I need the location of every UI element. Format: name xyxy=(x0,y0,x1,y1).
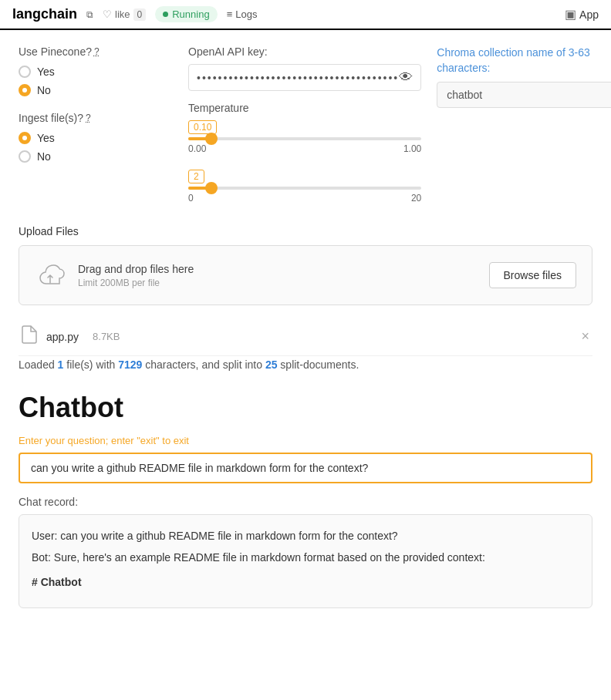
file-name: app.py xyxy=(46,331,79,343)
slider2-max: 20 xyxy=(411,193,421,204)
loaded-text: Loaded 1 file(s) with 7129 characters, a… xyxy=(19,356,592,373)
like-count: 0 xyxy=(133,8,147,21)
api-key-value: •••••••••••••••••••••••••••••••••••••• xyxy=(197,72,399,84)
file-icon xyxy=(22,325,37,348)
running-badge: Running xyxy=(155,6,217,22)
app-icon: ▣ xyxy=(565,7,576,22)
slider2-labels: 0 20 xyxy=(188,193,421,204)
chat-line-3: # Chatbot xyxy=(32,574,579,592)
running-dot xyxy=(163,12,168,17)
question-input[interactable]: can you write a github README file in ma… xyxy=(19,453,592,483)
pinecone-radio-group: Yes No xyxy=(19,66,173,96)
chat-line-1: User: can you write a github README file… xyxy=(32,527,579,546)
file-size: 8.7KB xyxy=(93,331,120,342)
ingest-no[interactable]: No xyxy=(19,150,173,163)
file-limit-label: Limit 200MB per file xyxy=(78,278,477,288)
ingest-yes-radio xyxy=(19,132,31,144)
app-button[interactable]: ▣ App xyxy=(565,7,599,22)
dropzone[interactable]: Drag and drop files here Limit 200MB per… xyxy=(19,245,592,305)
like-section[interactable]: ♡ like 0 xyxy=(103,8,146,21)
file-item: app.py 8.7KB × xyxy=(19,318,592,356)
pinecone-no-radio xyxy=(19,84,31,96)
main-content: Use Pinecone? ? Yes No Ingest file(s)? ? xyxy=(0,30,611,624)
ingest-section: Ingest file(s)? ? xyxy=(19,112,173,124)
upload-cloud-icon xyxy=(35,258,66,292)
pinecone-no[interactable]: No xyxy=(19,84,173,96)
drag-drop-label: Drag and drop files here xyxy=(78,263,477,275)
chat-line-2: Bot: Sure, here's an example README file… xyxy=(32,549,579,567)
slider2-thumb[interactable] xyxy=(205,182,218,194)
pinecone-yes[interactable]: Yes xyxy=(19,66,173,78)
dropzone-text: Drag and drop files here Limit 200MB per… xyxy=(78,263,477,288)
upload-title: Upload Files xyxy=(19,225,592,237)
loaded-suffix2: split-documents. xyxy=(277,358,359,371)
ingest-radio-group: Yes No xyxy=(19,132,173,163)
api-key-label: OpenAI API key: xyxy=(188,45,421,58)
logs-label: Logs xyxy=(235,8,257,20)
ingest-yes[interactable]: Yes xyxy=(19,132,173,144)
chat-record-box: User: can you write a github README file… xyxy=(19,514,592,607)
pinecone-help[interactable]: ? xyxy=(94,46,100,57)
pinecone-section: Use Pinecone? ? xyxy=(19,45,173,58)
chatbot-title: Chatbot xyxy=(19,392,592,424)
temperature-slider-section: 0.10 0.00 1.00 xyxy=(188,120,421,154)
temperature-labels: 0.00 1.00 xyxy=(188,143,421,154)
chroma-label: Chroma collection name of 3-63 character… xyxy=(437,45,611,76)
ingest-yes-label: Yes xyxy=(37,132,55,144)
slider2-track[interactable] xyxy=(188,187,421,190)
chroma-input[interactable]: chatbot xyxy=(437,82,611,108)
browse-files-button[interactable]: Browse files xyxy=(489,262,576,288)
settings-row: Use Pinecone? ? Yes No Ingest file(s)? ? xyxy=(19,45,592,210)
slider2-value: 2 xyxy=(188,170,204,183)
loaded-prefix: Loaded xyxy=(19,358,58,371)
api-key-row: •••••••••••••••••••••••••••••••••••••• 👁 xyxy=(188,64,421,91)
file-remove-button[interactable]: × xyxy=(581,328,589,345)
logs-button[interactable]: ≡ Logs xyxy=(227,8,258,20)
temperature-track[interactable] xyxy=(188,137,421,140)
ingest-no-radio xyxy=(19,150,31,163)
like-label: like xyxy=(115,8,130,20)
col-right: Chroma collection name of 3-63 character… xyxy=(437,45,611,210)
running-label: Running xyxy=(172,8,209,20)
loaded-docs: 25 xyxy=(265,358,278,371)
upload-section: Upload Files Drag and drop files here Li… xyxy=(19,225,592,305)
eye-icon[interactable]: 👁 xyxy=(399,69,413,86)
col-middle: OpenAI API key: ••••••••••••••••••••••••… xyxy=(173,45,437,210)
brand-name: langchain xyxy=(12,6,77,22)
app-label: App xyxy=(579,8,599,21)
pinecone-label: Use Pinecone? xyxy=(19,45,92,58)
pinecone-no-label: No xyxy=(37,84,51,96)
copy-icon[interactable]: ⧉ xyxy=(86,9,93,20)
pinecone-yes-label: Yes xyxy=(37,66,55,78)
ingest-help[interactable]: ? xyxy=(86,113,91,123)
temperature-max: 1.00 xyxy=(403,143,421,154)
ingest-no-label: No xyxy=(37,150,51,163)
temperature-label: Temperature xyxy=(188,102,421,114)
pinecone-yes-radio xyxy=(19,66,31,78)
loaded-chars: 7129 xyxy=(118,358,142,371)
question-label: Enter your question; enter "exit" to exi… xyxy=(19,435,592,446)
heart-icon: ♡ xyxy=(103,8,112,20)
logs-icon: ≡ xyxy=(227,8,233,20)
top-nav: langchain ⧉ ♡ like 0 Running ≡ Logs ▣ Ap… xyxy=(0,0,611,30)
temperature-min: 0.00 xyxy=(188,143,206,154)
loaded-middle: file(s) with xyxy=(63,358,118,371)
col-left: Use Pinecone? ? Yes No Ingest file(s)? ? xyxy=(19,45,173,210)
ingest-label: Ingest file(s)? xyxy=(19,112,83,124)
slider2-min: 0 xyxy=(188,193,194,204)
temperature-thumb[interactable] xyxy=(205,133,218,145)
chatbot-section: Chatbot Enter your question; enter "exit… xyxy=(19,392,592,607)
chat-record-label: Chat record: xyxy=(19,496,592,508)
loaded-suffix1: characters, and split into xyxy=(142,358,265,371)
slider2-section: 2 0 20 xyxy=(188,170,421,204)
